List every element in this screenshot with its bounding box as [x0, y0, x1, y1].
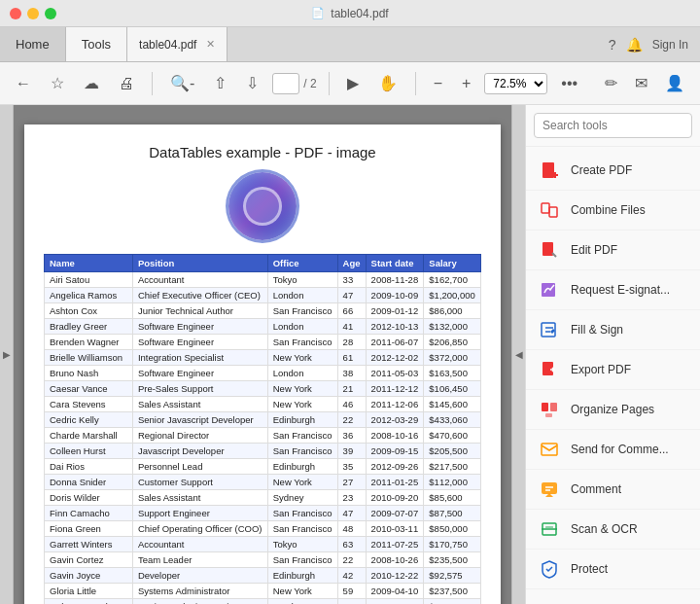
- table-cell: 2011-07-25: [366, 537, 424, 552]
- print-button[interactable]: 🖨: [113, 71, 140, 96]
- zoom-select[interactable]: 72.5%: [484, 73, 547, 94]
- table-cell: New York: [267, 381, 337, 397]
- table-row: Colleen HurstJavascript DeveloperSan Fra…: [45, 444, 481, 459]
- next-page-button[interactable]: ⇩: [240, 70, 264, 96]
- table-cell: Donna Snider: [45, 475, 133, 490]
- table-cell: Sydney: [267, 490, 337, 506]
- table-cell: Edinburgh: [267, 459, 337, 475]
- edit-icon-button[interactable]: ✏: [599, 70, 623, 96]
- separator3: [415, 72, 416, 95]
- prev-page-button[interactable]: ⇧: [208, 70, 232, 96]
- hand-tool-button[interactable]: ✋: [372, 70, 403, 96]
- table-cell: New York: [267, 475, 337, 490]
- svg-rect-9: [542, 362, 553, 375]
- cursor-tool-button[interactable]: ▶: [341, 70, 365, 96]
- tool-item-protect[interactable]: Protect: [526, 550, 700, 589]
- pdf-viewer[interactable]: DataTables example - PDF - image Name Po…: [14, 105, 511, 604]
- tool-item-combine-files[interactable]: Combine Files: [526, 191, 700, 231]
- table-cell: 2009-01-12: [366, 303, 424, 319]
- svg-rect-10: [542, 403, 548, 411]
- table-cell: Systems Administrator: [132, 584, 267, 599]
- bookmark-button[interactable]: ☆: [45, 70, 70, 96]
- tool-item-organize-pages[interactable]: Organize Pages: [526, 390, 700, 430]
- table-cell: 2009-10-09: [366, 288, 424, 303]
- notifications-button[interactable]: 🔔: [626, 37, 643, 53]
- back-button[interactable]: ←: [10, 71, 37, 96]
- table-cell: Finn Camacho: [45, 506, 133, 521]
- table-cell: Fiona Green: [45, 521, 133, 537]
- page-total-label: / 2: [303, 77, 316, 90]
- table-row: Cedric KellySenior Javascript DeveloperE…: [45, 412, 481, 428]
- search-tools-input[interactable]: [534, 113, 692, 138]
- col-position: Position: [132, 255, 267, 272]
- page-number-input[interactable]: 1: [272, 73, 299, 94]
- table-cell: 2012-12-02: [366, 350, 424, 366]
- table-cell: Cara Stevens: [45, 397, 133, 412]
- table-cell: 2011-05-03: [366, 366, 424, 381]
- cloud-button[interactable]: ☁: [78, 70, 105, 96]
- share-button[interactable]: 👤: [659, 70, 690, 96]
- tab-file[interactable]: table04.pdf ✕: [127, 27, 228, 61]
- table-cell: San Francisco: [267, 552, 337, 568]
- tab-tools[interactable]: Tools: [66, 27, 127, 61]
- tool-item-edit-pdf[interactable]: Edit PDF: [526, 231, 700, 270]
- protect-label: Protect: [571, 562, 608, 576]
- table-cell: 39: [337, 444, 366, 459]
- tool-item-request-esign[interactable]: Request E-signat...: [526, 270, 700, 310]
- tab-close-icon[interactable]: ✕: [206, 38, 215, 51]
- table-cell: Bruno Nash: [45, 366, 133, 381]
- table-cell: Regional Director: [132, 428, 267, 444]
- close-button[interactable]: [10, 8, 21, 19]
- table-cell: $313,500: [424, 599, 481, 605]
- tab-home[interactable]: Home: [0, 27, 66, 61]
- svg-rect-11: [550, 403, 557, 411]
- send-comment-label: Send for Comme...: [571, 443, 669, 456]
- table-cell: 2008-10-16: [366, 428, 424, 444]
- tool-item-create-pdf[interactable]: Create PDF: [526, 151, 700, 191]
- table-cell: 23: [337, 490, 366, 506]
- table-cell: 2010-12-22: [366, 568, 424, 584]
- table-row: Gavin JoyceDeveloperEdinburgh422010-12-2…: [45, 568, 481, 584]
- svg-line-6: [552, 253, 556, 257]
- table-cell: Doris Wilder: [45, 490, 133, 506]
- tool-item-more-tools[interactable]: More Tools: [526, 589, 700, 604]
- table-cell: 27: [337, 475, 366, 490]
- table-cell: Support Engineer: [132, 506, 267, 521]
- svg-rect-3: [542, 203, 549, 213]
- window-title: 📄 table04.pdf: [311, 7, 388, 20]
- tool-item-send-comment[interactable]: Send for Comme...: [526, 430, 700, 470]
- left-collapse-button[interactable]: ▶: [0, 105, 14, 604]
- table-row: Angelica RamosChief Executive Officer (C…: [45, 288, 481, 303]
- col-startdate: Start date: [366, 255, 424, 272]
- table-cell: 41: [337, 319, 366, 335]
- table-cell: San Francisco: [267, 506, 337, 521]
- sign-in-button[interactable]: Sign In: [652, 38, 688, 52]
- table-row: Donna SniderCustomer SupportNew York2720…: [45, 475, 481, 490]
- zoom-in-button[interactable]: +: [456, 71, 476, 96]
- table-row: Cara StevensSales AssistantNew York46201…: [45, 397, 481, 412]
- right-panel: Create PDFCombine FilesEdit PDFRequest E…: [525, 105, 700, 604]
- table-cell: 2010-03-11: [366, 521, 424, 537]
- zoom-out-button[interactable]: 🔍-: [164, 70, 200, 96]
- zoom-out2-button[interactable]: −: [428, 71, 448, 96]
- tool-item-fill-sign[interactable]: Fill & Sign: [526, 310, 700, 350]
- table-cell: $106,450: [424, 381, 481, 397]
- table-cell: Ashton Cox: [45, 303, 133, 319]
- maximize-button[interactable]: [45, 8, 56, 19]
- help-button[interactable]: ?: [609, 37, 616, 53]
- tool-item-export-pdf[interactable]: Export PDF: [526, 350, 700, 390]
- table-row: Brielle WilliamsonIntegration Specialist…: [45, 350, 481, 366]
- table-cell: Edinburgh: [267, 568, 337, 584]
- minimize-button[interactable]: [27, 8, 39, 19]
- request-esign-icon: [538, 278, 561, 302]
- table-cell: San Francisco: [267, 444, 337, 459]
- titlebar: 📄 table04.pdf: [0, 0, 700, 27]
- more-options-button[interactable]: •••: [555, 71, 583, 96]
- tool-item-scan-ocr[interactable]: Scan & OCR: [526, 510, 700, 550]
- tool-item-comment[interactable]: Comment: [526, 470, 700, 510]
- table-cell: 66: [337, 303, 366, 319]
- right-collapse-button[interactable]: ◀: [511, 105, 525, 604]
- table-cell: 2011-12-06: [366, 397, 424, 412]
- table-cell: Garrett Winters: [45, 537, 133, 552]
- mail-button[interactable]: ✉: [629, 70, 653, 96]
